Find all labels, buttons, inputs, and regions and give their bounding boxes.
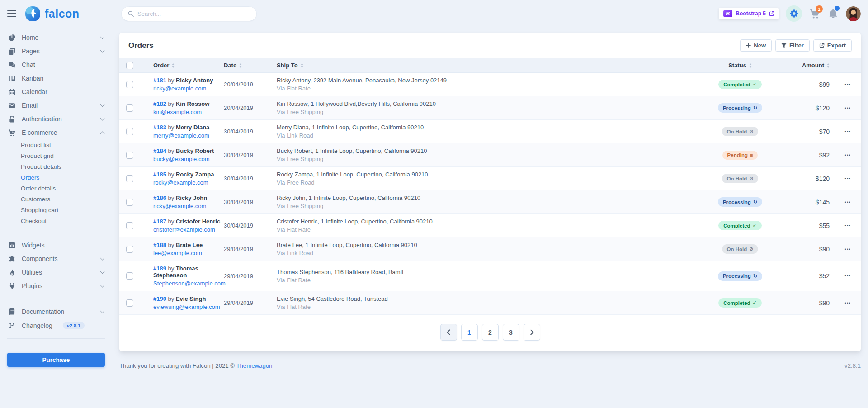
sidebar-item[interactable]: Calendar xyxy=(7,85,105,99)
sidebar-item-label: Authentication xyxy=(22,115,62,123)
row-actions-button[interactable]: ••• xyxy=(845,223,851,228)
status-badge: Processing ↻ xyxy=(718,103,762,113)
row-actions-button[interactable]: ••• xyxy=(845,129,851,134)
row-checkbox[interactable] xyxy=(126,152,133,159)
column-header-amount[interactable]: Amount xyxy=(785,58,835,72)
row-actions-button[interactable]: ••• xyxy=(845,153,851,157)
customer-email-link[interactable]: ricky@example.com xyxy=(153,203,206,209)
row-checkbox[interactable] xyxy=(126,222,133,229)
user-avatar[interactable] xyxy=(846,6,861,21)
table-header: Order Date Ship To Status Amount xyxy=(119,58,861,73)
order-id-link[interactable]: #184 xyxy=(153,147,166,154)
column-header-order[interactable]: Order xyxy=(146,58,221,72)
customer-email-link[interactable]: bucky@example.com xyxy=(153,156,209,162)
order-id-link[interactable]: #187 xyxy=(153,218,166,225)
sidebar-item[interactable]: Email xyxy=(7,99,105,112)
sidebar-subitem[interactable]: Product list xyxy=(7,139,105,150)
themewagon-link[interactable]: Themewagon xyxy=(236,362,272,369)
column-header-status[interactable]: Status xyxy=(695,58,785,72)
customer-email-link[interactable]: Stephenson@example.com xyxy=(153,280,226,287)
customer-email-link[interactable]: cristofer@example.com xyxy=(153,226,215,233)
customer-email-link[interactable]: ricky@example.com xyxy=(153,85,206,92)
sidebar-item[interactable]: Utilities xyxy=(7,266,105,279)
customer-name: Cristofer Henric xyxy=(176,218,220,225)
pagination-prev-button[interactable] xyxy=(440,324,457,341)
filter-icon xyxy=(781,43,787,48)
order-id-link[interactable]: #189 xyxy=(153,265,166,272)
row-checkbox[interactable] xyxy=(126,199,133,206)
sidebar-item[interactable]: Changelog v2.8.1 xyxy=(7,318,105,332)
falcon-logo[interactable]: falcon xyxy=(24,5,80,22)
sidebar-item[interactable]: Home xyxy=(7,31,105,44)
ship-method: Via Flat Rate xyxy=(277,277,311,284)
customer-email-link[interactable]: eviewsing@example.com xyxy=(153,304,220,310)
search-input[interactable] xyxy=(137,10,250,17)
sidebar-subitem[interactable]: Product details xyxy=(7,161,105,172)
action-button[interactable]: Export xyxy=(813,39,852,52)
sidebar-subitem[interactable]: Shopping cart xyxy=(7,204,105,215)
check-icon: ✓ xyxy=(753,81,757,87)
sidebar-subitem[interactable]: Orders xyxy=(7,172,105,183)
customer-email-link[interactable]: merry@example.com xyxy=(153,132,209,139)
row-actions-button[interactable]: ••• xyxy=(845,274,851,278)
notifications-button[interactable] xyxy=(827,7,839,20)
sort-icon xyxy=(239,63,242,68)
order-date: 30/04/2019 xyxy=(221,175,273,182)
order-id-link[interactable]: #185 xyxy=(153,171,166,178)
sidebar-item[interactable]: Components xyxy=(7,252,105,266)
top-navbar: falcon B Bootstrap 5 1 xyxy=(0,0,868,27)
sidebar-subitem[interactable]: Order details xyxy=(7,183,105,194)
row-actions-button[interactable]: ••• xyxy=(845,82,851,87)
sidebar-item[interactable]: Authentication xyxy=(7,112,105,126)
row-checkbox[interactable] xyxy=(126,128,133,135)
hamburger-menu-button[interactable] xyxy=(7,8,17,19)
row-actions-button[interactable]: ••• xyxy=(845,247,851,251)
purchase-button[interactable]: Purchase xyxy=(7,353,105,367)
sidebar-subitem[interactable]: Customers xyxy=(7,194,105,204)
pagination-page-1[interactable]: 1 xyxy=(461,324,478,341)
pagination-next-button[interactable] xyxy=(524,324,540,341)
row-actions-button[interactable]: ••• xyxy=(845,176,851,181)
pagination-page-2[interactable]: 2 xyxy=(482,324,499,341)
action-button[interactable]: Filter xyxy=(775,39,810,52)
customer-email-link[interactable]: rocky@example.com xyxy=(153,179,208,186)
sidebar-item[interactable]: Kanban xyxy=(7,71,105,85)
order-id-link[interactable]: #181 xyxy=(153,77,166,84)
sidebar-item[interactable]: Chat xyxy=(7,58,105,71)
action-button[interactable]: New xyxy=(740,39,772,52)
cart-button[interactable]: 1 xyxy=(809,7,821,20)
search-box[interactable] xyxy=(121,6,257,21)
sidebar-item[interactable]: E commerce xyxy=(7,126,105,139)
pagination-page-3[interactable]: 3 xyxy=(503,324,519,341)
bootstrap5-link[interactable]: B Bootstrap 5 xyxy=(719,8,779,19)
sidebar-item[interactable]: Documentation xyxy=(7,305,105,318)
order-id-link[interactable]: #190 xyxy=(153,295,166,302)
sidebar-subitem[interactable]: Product grid xyxy=(7,150,105,161)
order-id-link[interactable]: #186 xyxy=(153,195,166,201)
row-checkbox[interactable] xyxy=(126,272,133,280)
check-icon: ✓ xyxy=(753,223,757,228)
order-id-link[interactable]: #183 xyxy=(153,124,166,131)
row-actions-button[interactable]: ••• xyxy=(845,200,851,204)
column-header-shipto[interactable]: Ship To xyxy=(273,58,695,72)
row-checkbox[interactable] xyxy=(126,299,133,307)
row-checkbox[interactable] xyxy=(126,246,133,253)
select-all-checkbox[interactable] xyxy=(126,62,133,69)
ship-address: Bucky Robert, 1 Infinite Loop, Cupertino… xyxy=(277,147,427,154)
column-header-date[interactable]: Date xyxy=(221,58,273,72)
row-actions-button[interactable]: ••• xyxy=(845,106,851,110)
order-id-link[interactable]: #188 xyxy=(153,242,166,248)
settings-gear-button[interactable] xyxy=(786,5,802,22)
sidebar-item[interactable]: Pages xyxy=(7,44,105,58)
sidebar-item[interactable]: Widgets xyxy=(7,238,105,252)
row-checkbox[interactable] xyxy=(126,175,133,182)
customer-email-link[interactable]: kin@example.com xyxy=(153,109,202,115)
customer-email-link[interactable]: lee@example.com xyxy=(153,250,202,256)
row-checkbox[interactable] xyxy=(126,104,133,112)
row-checkbox[interactable] xyxy=(126,81,133,88)
order-id-link[interactable]: #182 xyxy=(153,100,166,107)
sidebar: Home Pages Chat Kanban xyxy=(0,27,112,369)
row-actions-button[interactable]: ••• xyxy=(845,301,851,305)
sidebar-subitem[interactable]: Checkout xyxy=(7,215,105,226)
sidebar-item[interactable]: Plugins xyxy=(7,279,105,293)
